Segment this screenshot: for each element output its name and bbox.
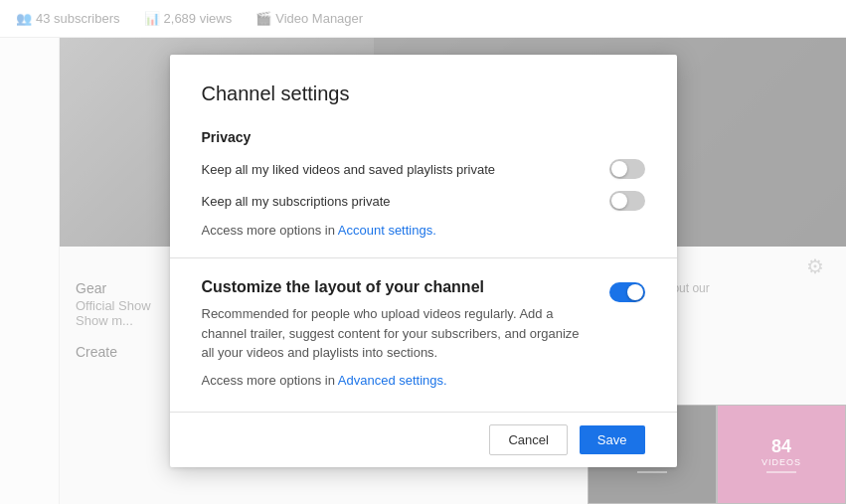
toggle-row-subscriptions: Keep all my subscriptions private [202, 191, 645, 211]
account-settings-text: Access more options in Account settings. [202, 223, 645, 238]
advanced-settings-link[interactable]: Advanced settings. [338, 373, 447, 388]
customize-row: Customize the layout of your channel Rec… [202, 278, 645, 363]
toggle-subscriptions[interactable] [609, 191, 645, 211]
modal-backdrop: Channel settings Privacy Keep all my lik… [0, 0, 846, 504]
toggle-row-liked-videos: Keep all my liked videos and saved playl… [202, 159, 645, 179]
customize-description: Recommended for people who upload videos… [202, 304, 609, 363]
channel-settings-modal: Channel settings Privacy Keep all my lik… [170, 55, 677, 467]
account-settings-link[interactable]: Account settings. [338, 223, 436, 238]
customize-text-block: Customize the layout of your channel Rec… [202, 278, 609, 363]
cancel-button[interactable]: Cancel [489, 424, 567, 455]
customize-heading: Customize the layout of your channel [202, 278, 609, 296]
advanced-settings-text: Access more options in Advanced settings… [202, 373, 645, 388]
modal-title: Channel settings [202, 83, 645, 105]
toggle-subscriptions-label: Keep all my subscriptions private [202, 194, 609, 209]
toggle-liked-videos-label: Keep all my liked videos and saved playl… [202, 162, 609, 177]
modal-footer: Cancel Save [170, 412, 677, 467]
save-button[interactable]: Save [580, 425, 645, 454]
privacy-heading: Privacy [202, 129, 645, 145]
toggle-customize-layout[interactable] [609, 282, 645, 302]
toggle-liked-videos[interactable] [609, 159, 645, 179]
section-divider [170, 257, 677, 258]
